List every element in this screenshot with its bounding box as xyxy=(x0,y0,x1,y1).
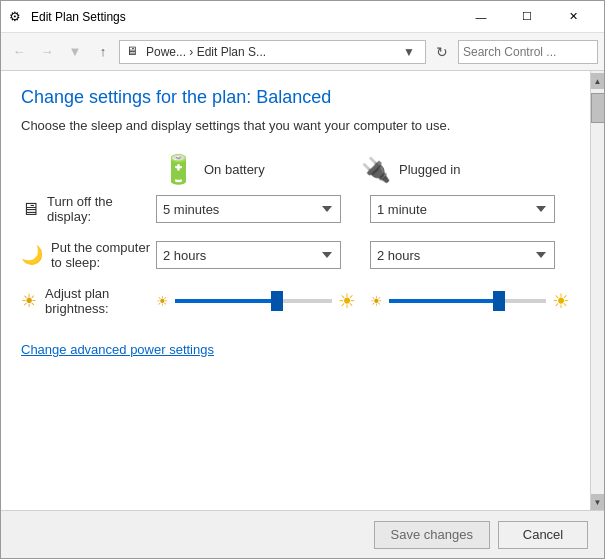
minimize-button[interactable]: — xyxy=(458,1,504,33)
plugged-icon: 🔌 xyxy=(361,156,391,184)
addressbar: ← → ▼ ↑ 🖥 Powe... › Edit Plan S... ▼ ↻ 🔍 xyxy=(1,33,604,71)
dropdown-button[interactable]: ▼ xyxy=(63,40,87,64)
sun-dim-icon-plugged: ☀ xyxy=(370,293,383,309)
page-title: Change settings for the plan: Balanced xyxy=(21,87,570,108)
plugged-label: Plugged in xyxy=(399,162,460,177)
scroll-thumb[interactable] xyxy=(591,93,605,123)
display-battery-dropdown-wrapper: 5 minutes 1 minute 2 minutes 3 minutes 1… xyxy=(156,195,356,223)
scrollbar: ▲ ▼ xyxy=(590,71,604,510)
battery-column-header: 🔋 On battery xyxy=(161,153,361,186)
display-plugged-dropdown-wrapper: 1 minute 2 minutes 5 minutes 10 minutes … xyxy=(370,195,570,223)
brightness-plugged-slider-wrap: ☀ ☀ xyxy=(370,289,570,313)
window-title: Edit Plan Settings xyxy=(31,10,458,24)
display-label: 🖥 Turn off the display: xyxy=(21,194,156,224)
settings-header: 🔋 On battery 🔌 Plugged in xyxy=(21,153,570,186)
address-box[interactable]: 🖥 Powe... › Edit Plan S... ▼ xyxy=(119,40,426,64)
brightness-battery-slider-wrap: ☀ ☀ xyxy=(156,289,356,313)
address-dropdown-icon[interactable]: ▼ xyxy=(403,45,419,59)
scroll-track[interactable] xyxy=(591,89,605,494)
sun-dim-icon-battery: ☀ xyxy=(156,293,169,309)
cancel-button[interactable]: Cancel xyxy=(498,521,588,549)
app-icon: ⚙ xyxy=(9,9,25,25)
back-button[interactable]: ← xyxy=(7,40,31,64)
brightness-row: ☀ Adjust plan brightness: ☀ ☀ ☀ xyxy=(21,286,570,316)
main-window: ⚙ Edit Plan Settings — ☐ ✕ ← → ▼ ↑ 🖥 Pow… xyxy=(0,0,605,559)
sleep-row: 🌙 Put the computer to sleep: 2 hours 1 h… xyxy=(21,240,570,270)
display-battery-select[interactable]: 5 minutes 1 minute 2 minutes 3 minutes 1… xyxy=(156,195,341,223)
battery-icon: 🔋 xyxy=(161,153,196,186)
save-changes-button[interactable]: Save changes xyxy=(374,521,490,549)
forward-button[interactable]: → xyxy=(35,40,59,64)
battery-label: On battery xyxy=(204,162,265,177)
up-button[interactable]: ↑ xyxy=(91,40,115,64)
brightness-battery-thumb[interactable] xyxy=(271,291,283,311)
sleep-plugged-dropdown-wrapper: 2 hours 1 hour 30 minutes 45 minutes 3 h… xyxy=(370,241,570,269)
titlebar: ⚙ Edit Plan Settings — ☐ ✕ xyxy=(1,1,604,33)
search-input[interactable] xyxy=(463,45,605,59)
brightness-label: ☀ Adjust plan brightness: xyxy=(21,286,156,316)
sleep-plugged-select[interactable]: 2 hours 1 hour 30 minutes 45 minutes 3 h… xyxy=(370,241,555,269)
page-description: Choose the sleep and display settings th… xyxy=(21,118,570,133)
refresh-button[interactable]: ↻ xyxy=(430,40,454,64)
display-plugged-select[interactable]: 1 minute 2 minutes 5 minutes 10 minutes … xyxy=(370,195,555,223)
content-area: Change settings for the plan: Balanced C… xyxy=(1,71,604,510)
sleep-battery-select[interactable]: 2 hours 1 hour 30 minutes 45 minutes 3 h… xyxy=(156,241,341,269)
restore-button[interactable]: ☐ xyxy=(504,1,550,33)
sun-bright-icon-battery: ☀ xyxy=(338,289,356,313)
scroll-down-button[interactable]: ▼ xyxy=(591,494,605,510)
address-folder-icon: 🖥 xyxy=(126,44,142,60)
plugged-column-header: 🔌 Plugged in xyxy=(361,153,561,186)
brightness-battery-track xyxy=(175,299,332,303)
sleep-battery-dropdown-wrapper: 2 hours 1 hour 30 minutes 45 minutes 3 h… xyxy=(156,241,356,269)
sleep-icon: 🌙 xyxy=(21,244,43,266)
brightness-plugged-track xyxy=(389,299,546,303)
titlebar-buttons: — ☐ ✕ xyxy=(458,1,596,33)
sleep-label: 🌙 Put the computer to sleep: xyxy=(21,240,156,270)
display-icon: 🖥 xyxy=(21,199,39,220)
advanced-power-settings-link[interactable]: Change advanced power settings xyxy=(21,342,214,357)
address-text: Powe... › Edit Plan S... xyxy=(146,45,399,59)
search-box[interactable]: 🔍 xyxy=(458,40,598,64)
brightness-plugged-thumb[interactable] xyxy=(493,291,505,311)
display-row: 🖥 Turn off the display: 5 minutes 1 minu… xyxy=(21,194,570,224)
close-button[interactable]: ✕ xyxy=(550,1,596,33)
sun-bright-icon-plugged: ☀ xyxy=(552,289,570,313)
scroll-up-button[interactable]: ▲ xyxy=(591,73,605,89)
brightness-plugged-fill xyxy=(389,299,499,303)
footer: Save changes Cancel xyxy=(1,510,604,558)
main-content: Change settings for the plan: Balanced C… xyxy=(1,71,590,510)
brightness-icon: ☀ xyxy=(21,290,37,312)
brightness-battery-fill xyxy=(175,299,277,303)
